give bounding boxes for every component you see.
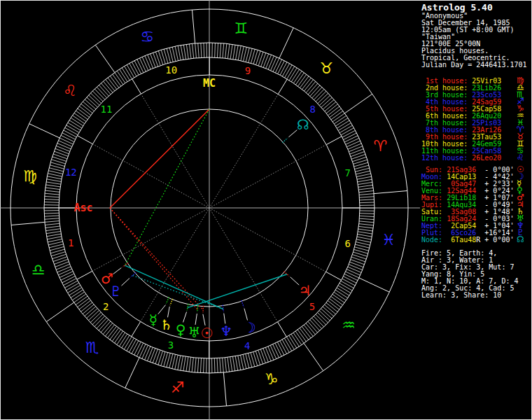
degree-tick	[46, 229, 60, 231]
degree-tick	[238, 46, 241, 60]
degree-tick	[134, 61, 141, 74]
degree-tick	[129, 340, 136, 352]
sign-glyph-leo: ♌	[63, 82, 77, 99]
degree-tick	[127, 65, 134, 78]
degree-tick	[139, 58, 146, 71]
house-cusp-spoke	[209, 208, 326, 272]
planet-glyph-node: ☊	[297, 116, 309, 133]
degree-tick	[244, 47, 247, 61]
degree-tick	[175, 355, 178, 370]
degree-tick	[147, 347, 153, 360]
sign-boundary	[95, 45, 114, 72]
astrolog-window: ☉☽☿♀♂♃♄♅♆♇☊♈♉♊♋♌♍♎♏♐♑♒♓123456789101112MC…	[0, 0, 532, 420]
degree-tick	[334, 115, 346, 124]
degree-tick	[122, 335, 130, 348]
degree-tick	[263, 54, 269, 68]
degree-tick	[220, 43, 220, 58]
degree-tick	[44, 199, 59, 200]
degree-tick	[46, 188, 60, 190]
retrograde-flag: R	[476, 236, 484, 244]
degree-tick	[200, 358, 201, 373]
degree-tick	[358, 232, 372, 234]
degree-tick	[338, 286, 351, 293]
degree-tick	[291, 69, 299, 82]
degree-tick	[148, 55, 153, 68]
chart-info-line: Julian Day = 2446413.1701	[421, 62, 532, 69]
degree-tick	[282, 340, 289, 352]
degree-tick	[69, 120, 82, 128]
degree-tick	[258, 52, 263, 66]
degree-tick	[359, 224, 374, 225]
mc-label: MC	[203, 77, 216, 90]
degree-tick	[57, 267, 71, 272]
degree-tick	[44, 213, 59, 214]
house-cusp-segment	[77, 136, 92, 144]
degree-tick	[230, 357, 232, 372]
planet-pointer-line	[203, 314, 205, 326]
degree-tick	[134, 342, 141, 355]
house-number-5: 5	[309, 301, 315, 312]
house-number-12: 12	[65, 167, 77, 178]
degree-tick	[64, 281, 77, 288]
degree-tick	[271, 57, 277, 70]
planet-glyph-plut: ♇	[109, 283, 122, 300]
degree-tick	[261, 52, 266, 66]
degree-tick	[47, 176, 62, 179]
degree-tick	[358, 188, 373, 190]
degree-tick	[153, 349, 158, 363]
degree-tick	[197, 358, 198, 372]
degree-tick	[356, 239, 371, 242]
degree-tick	[344, 133, 357, 140]
sign-boundary	[192, 10, 195, 43]
degree-tick	[189, 357, 191, 372]
degree-tick	[56, 264, 69, 270]
sign-glyph-scorpio: ♏	[85, 339, 99, 356]
degree-tick	[181, 356, 183, 371]
degree-tick	[66, 283, 79, 290]
degree-tick	[59, 138, 73, 144]
degree-tick	[122, 68, 130, 80]
house-cusp-segment	[77, 271, 92, 279]
degree-tick	[48, 239, 62, 242]
degree-tick	[119, 334, 127, 346]
degree-tick	[241, 355, 244, 370]
degree-tick	[348, 144, 361, 149]
sign-boundary	[374, 190, 407, 193]
degree-tick	[137, 59, 144, 73]
aspect-line	[110, 208, 197, 309]
degree-tick	[225, 43, 227, 58]
degree-tick	[350, 149, 364, 155]
house-cusp-segment	[132, 322, 141, 337]
degree-tick	[186, 44, 188, 59]
house-cusp-spoke	[141, 94, 209, 208]
degree-tick	[58, 141, 71, 147]
degree-tick	[351, 260, 365, 265]
degree-tick	[62, 276, 76, 283]
degree-tick	[233, 45, 235, 59]
degree-tick	[293, 71, 302, 83]
degree-tick	[359, 194, 374, 195]
degree-tick	[46, 182, 61, 184]
degree-tick	[142, 57, 148, 70]
degree-tick	[155, 52, 160, 66]
degree-tick	[215, 43, 216, 57]
planet-pointer-line	[113, 268, 122, 274]
degree-tick	[48, 241, 62, 245]
degree-tick	[236, 46, 239, 60]
summary-line: Learn: 3, Share: 10	[421, 292, 532, 299]
degree-tick	[127, 338, 134, 351]
planet-pointer-line	[158, 305, 166, 314]
degree-tick	[223, 358, 224, 372]
degree-tick	[136, 343, 143, 356]
degree-tick	[72, 292, 84, 300]
zodiac-sign-icon: ♌	[517, 153, 524, 162]
house-cusp-segment	[326, 136, 342, 145]
degree-tick	[293, 332, 302, 344]
degree-tick	[214, 358, 215, 373]
degree-tick	[220, 358, 220, 372]
degree-tick	[58, 269, 71, 275]
degree-tick	[225, 358, 226, 372]
degree-tick	[71, 290, 83, 298]
degree-tick	[175, 46, 178, 61]
degree-tick	[334, 292, 346, 300]
